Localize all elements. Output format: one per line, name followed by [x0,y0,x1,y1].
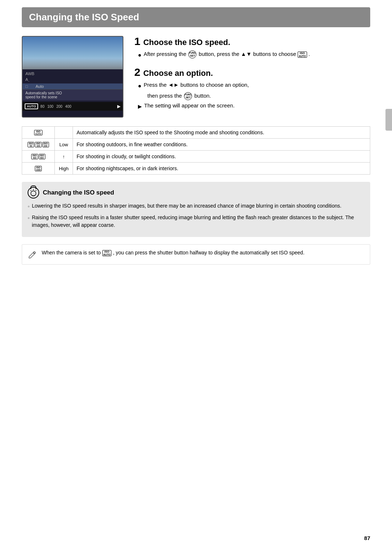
func-btn-set-1: FUNCSET [188,50,196,58]
step2-bullet2: then press the FUNCSET button. [138,92,370,100]
camera-screen-image: AWB A₋ □ Auto Automatically sets ISO spe… [22,36,123,118]
step2-bullet1-dot: ● [138,82,142,90]
svg-line-2 [30,190,31,191]
table-level-cell-auto [55,127,73,139]
table-level-mid: ↑ [55,151,73,163]
note-box: When the camera is set to ISO AUTO , you… [22,244,370,265]
menu-label-auto: Auto [36,84,120,89]
table-icon-cell-auto: ISO AUTO [22,127,55,139]
iso-icon-low-group: ISO 80 ISO 100 ISO 200 [26,142,51,147]
table-level-low: Low [55,139,73,151]
step2-arrow-icon: ▶ [138,103,142,110]
step2-bullet3: ▶ The setting will appear on the screen. [138,102,370,110]
iso-icon-1600: ISO 1600 [35,166,42,171]
table-desc-high: For shooting nightscapes, or in dark int… [73,163,370,175]
step2-block: 2 Choose an option. ● Press the ◄► butto… [134,67,370,110]
pencil-icon [28,250,37,259]
tip-text2: Raising the ISO speed results in a faste… [32,214,364,229]
step2-text1: Press the ◄► buttons to choose an option… [144,81,249,89]
step2-content: ● Press the ◄► buttons to choose an opti… [134,81,370,110]
lightbulb-icon [29,188,38,197]
func-btn-set-2: FUNCSET [184,92,192,100]
step1-content: ● After pressing the FUNCSET button, pre… [134,50,370,60]
table-desc-mid: For shooting in cloudy, or twilight cond… [73,151,370,163]
tip-bullet1: ◦ Lowering the ISO speed results in shar… [28,202,364,211]
step1-heading: 1 Choose the ISO speed. [134,36,370,47]
menu-row-af: A₋ [23,77,123,83]
step2-title: Choose an option. [143,69,213,78]
iso-icon-100: ISO 100 [35,142,41,147]
iso-icon-400: ISO 400 [31,154,38,159]
step1-bullet-dot: ● [138,51,142,60]
iso-auto-badge: ISO AUTO [298,52,307,58]
iso-icon-80: ISO 80 [28,142,34,147]
iso-icon-high-group: ISO 1600 [26,166,51,171]
table-row: ISO 400 ISO 800 ↑ For shooting in cloudy… [22,151,370,163]
iso-icon-auto: ISO AUTO [34,130,42,135]
step2-heading: 2 Choose an option. [134,67,370,78]
iso-num-400: 400 [65,105,72,109]
iso-icon-auto-group: ISO AUTO [26,130,51,135]
table-icon-cell-high: ISO 1600 [22,163,55,175]
table-level-high: High [55,163,73,175]
step1-text: After pressing the FUNCSET button, press… [144,50,310,58]
iso-icon-800: ISO 800 [39,154,45,159]
tip-bullet1-dot: ◦ [28,202,30,211]
step1-block: 1 Choose the ISO speed. ● After pressing… [134,36,370,60]
step2-text3: The setting will appear on the screen. [144,102,234,110]
camera-sky [23,37,123,69]
tip-bullet2: ◦ Raising the ISO speed results in a fas… [28,214,364,229]
step2-bullet1: ● Press the ◄► buttons to choose an opti… [138,81,370,90]
iso-table: ISO AUTO Automatically adjusts the ISO s… [22,126,370,175]
tip-title: Changing the ISO speed [43,189,114,196]
iso-num-200: 200 [56,105,63,109]
camera-menu: AWB A₋ □ Auto Automatically sets ISO spe… [23,69,123,102]
table-icon-cell-low: ISO 80 ISO 100 ISO 200 [22,139,55,151]
svg-line-3 [36,190,36,191]
tip-header: Changing the ISO speed [28,187,364,199]
steps-section: 1 Choose the ISO speed. ● After pressing… [134,36,370,118]
iso-arrow-right: ▶ [117,104,121,109]
note-text: When the camera is set to ISO AUTO , you… [42,249,305,257]
iso-icon-mid-group: ISO 400 ISO 800 [26,154,51,159]
camera-desc-box: Automatically sets ISO speed for the sce… [23,89,123,101]
tip-icon [28,187,39,199]
menu-row-auto: □ Auto [23,83,123,89]
camera-bottom-bar: AUTO 80 100 200 400 ▶ [23,102,123,111]
iso-num-100: 100 [46,105,54,109]
lr-arrows-icon: ◄► [168,82,180,88]
note-iso-badge: ISO AUTO [102,250,112,256]
table-desc-cell-auto: Automatically adjusts the ISO speed to t… [73,127,370,139]
step2-number: 2 [134,67,140,78]
title-bar: Changing the ISO Speed [22,7,370,27]
note-icon [27,250,37,260]
camera-desc-line2: speed for the scene [25,95,57,99]
svg-point-0 [31,191,36,196]
menu-icon-af: A₋ [25,77,33,83]
menu-icon-awb: AWB [25,71,33,76]
table-row: ISO 80 ISO 100 ISO 200 Low Fo [22,139,370,151]
table-row: ISO 1600 High For shooting nightscapes, … [22,163,370,175]
menu-icon-square: □ [25,84,33,89]
top-section: AWB A₋ □ Auto Automatically sets ISO spe… [22,36,370,118]
right-tab [385,109,392,131]
page-number: 87 [364,535,370,541]
tip-box: Changing the ISO speed ◦ Lowering the IS… [22,182,370,237]
menu-row-awb: AWB [23,71,123,77]
ud-arrows: ▲▼ [241,51,253,57]
iso-icon-200: ISO 200 [42,142,49,147]
step1-title: Choose the ISO speed. [143,38,230,47]
step2-text2: then press the FUNCSET button. [147,92,211,100]
iso-badge-auto: AUTO [25,103,38,109]
tip-text1: Lowering the ISO speed results in sharpe… [32,202,342,210]
table-row: ISO AUTO Automatically adjusts the ISO s… [22,127,370,139]
page-title: Changing the ISO Speed [29,12,363,23]
step1-bullet1: ● After pressing the FUNCSET button, pre… [138,50,370,60]
tip-bullet2-dot: ◦ [28,214,30,222]
step1-number: 1 [134,36,140,47]
table-icon-cell-mid: ISO 400 ISO 800 [22,151,55,163]
iso-num-80: 80 [40,105,45,109]
camera-desc-line1: Automatically sets ISO [25,91,62,95]
table-desc-low: For shooting outdoors, in fine weather c… [73,139,370,151]
